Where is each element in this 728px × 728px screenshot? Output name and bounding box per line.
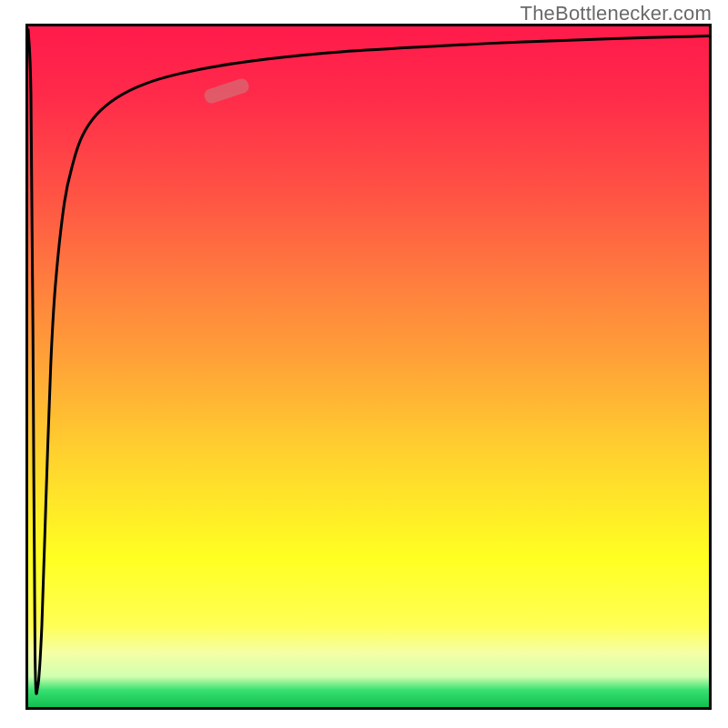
watermark-text: TheBottlenecker.com — [521, 2, 712, 25]
curve-path — [28, 30, 709, 694]
highlight-marker — [203, 77, 250, 106]
plot-area — [25, 24, 712, 710]
bottleneck-curve — [28, 26, 709, 707]
